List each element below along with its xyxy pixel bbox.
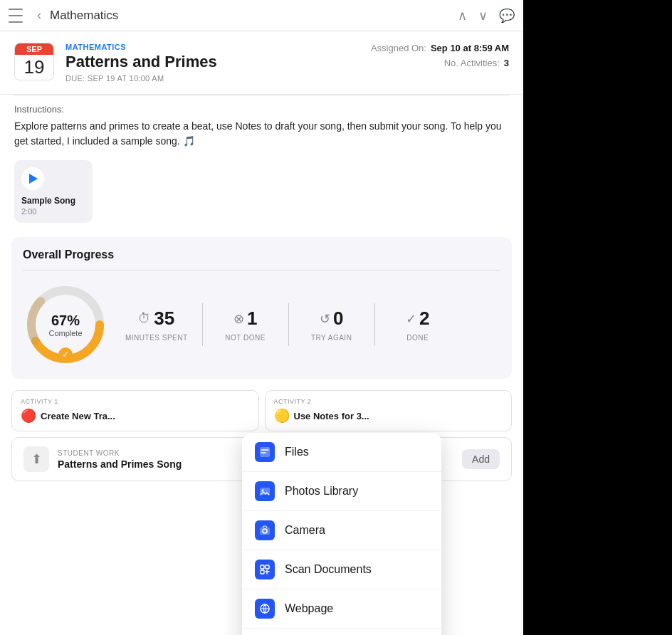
activity-1-icon: 🔴 bbox=[21, 408, 36, 424]
activity-2-label: ACTIVITY 2 bbox=[274, 398, 503, 405]
assigned-on-row: Assigned On: Sep 10 at 8:59 AM bbox=[367, 43, 509, 53]
nav-bar: ‹ Mathematics ∧ ∨ 💬 bbox=[0, 0, 523, 31]
dropdown-item-files[interactable]: Files bbox=[242, 433, 441, 472]
song-duration: 2:00 bbox=[21, 207, 36, 216]
assignment-info: MATHEMATICS Patterns and Primes DUE: SEP… bbox=[65, 43, 355, 83]
stat-minutes-value: 35 bbox=[154, 308, 174, 330]
done-icon: ✓ bbox=[406, 311, 416, 327]
left-panel: ‹ Mathematics ∧ ∨ 💬 SEP 19 MATHEMATICS P… bbox=[0, 0, 523, 635]
svg-rect-3 bbox=[260, 447, 270, 457]
stat-minutes: ⏱ 35 MINUTES SPENT bbox=[125, 308, 188, 342]
assignment-subject: MATHEMATICS bbox=[65, 43, 355, 51]
stat-done-value: 2 bbox=[419, 308, 429, 330]
activities-section: ACTIVITY 1 🔴 Create New Tra... ACTIVITY … bbox=[0, 384, 523, 431]
svg-point-5 bbox=[262, 490, 264, 492]
dropdown-item-camera[interactable]: Camera bbox=[242, 511, 441, 550]
assignment-due: DUE: SEP 19 AT 10:00 AM bbox=[65, 74, 355, 83]
nav-title: Mathematics bbox=[50, 9, 452, 23]
stat-divider-3 bbox=[374, 303, 375, 346]
progress-title: Overall Progress bbox=[23, 248, 500, 261]
assignment-meta: Assigned On: Sep 10 at 8:59 AM No. Activ… bbox=[367, 43, 509, 73]
instructions-section: Instructions: Explore patterns and prime… bbox=[0, 95, 523, 154]
sidebar-toggle-button[interactable] bbox=[9, 9, 28, 23]
svg-rect-8 bbox=[261, 565, 264, 569]
activity-1-name: Create New Tra... bbox=[41, 411, 115, 421]
svg-rect-10 bbox=[261, 570, 264, 574]
photos-icon bbox=[255, 481, 275, 501]
webpage-label: Webpage bbox=[285, 602, 333, 615]
activities-value: 3 bbox=[504, 58, 509, 68]
stat-try-again-label: TRY AGAIN bbox=[311, 334, 352, 342]
activity-card-2[interactable]: ACTIVITY 2 🟡 Use Notes for 3... bbox=[265, 390, 513, 431]
stat-divider-2 bbox=[288, 303, 289, 346]
camera-icon bbox=[255, 520, 275, 540]
activity-1-label: ACTIVITY 1 bbox=[21, 398, 250, 405]
clock-icon: ⏱ bbox=[138, 311, 151, 326]
attachments-section: Sample Song 2:00 bbox=[0, 154, 523, 231]
assignment-header: SEP 19 MATHEMATICS Patterns and Primes D… bbox=[0, 31, 523, 95]
photos-label: Photos Library bbox=[285, 485, 358, 498]
svg-rect-9 bbox=[266, 565, 269, 569]
webpage-icon bbox=[255, 599, 275, 619]
stat-done: ✓ 2 DONE bbox=[389, 308, 446, 342]
dropdown-menu: Files Photos Library Camera bbox=[242, 433, 441, 635]
calendar-icon: SEP 19 bbox=[14, 43, 54, 80]
stat-not-done: ⊗ 1 NOT DONE bbox=[217, 308, 274, 342]
assigned-on-value: Sep 10 at 8:59 AM bbox=[431, 43, 509, 53]
song-title: Sample Song bbox=[21, 196, 75, 206]
dropdown-item-photos[interactable]: Photos Library bbox=[242, 472, 441, 511]
right-panel bbox=[523, 0, 672, 635]
donut-center: 67% Complete bbox=[48, 313, 82, 337]
donut-check-icon: ✓ bbox=[58, 347, 73, 362]
calendar-day: 19 bbox=[15, 55, 53, 80]
work-upload-icon: ⬆ bbox=[23, 446, 49, 472]
stat-not-done-label: NOT DONE bbox=[225, 334, 266, 342]
instructions-text: Explore patterns and primes to create a … bbox=[14, 119, 509, 149]
progress-section: Overall Progress 67% Complete ✓ bbox=[11, 237, 512, 379]
donut-percent: 67% bbox=[48, 313, 82, 329]
instructions-label: Instructions: bbox=[14, 104, 509, 115]
dropdown-item-bookmarks[interactable]: Bookmarks bbox=[242, 629, 441, 635]
stat-try-again: ↺ 0 TRY AGAIN bbox=[303, 308, 360, 342]
chevron-down-icon[interactable]: ∨ bbox=[478, 8, 488, 23]
assignment-title: Patterns and Primes bbox=[65, 53, 355, 71]
dropdown-item-webpage[interactable]: Webpage bbox=[242, 589, 441, 629]
dropdown-item-scan[interactable]: Scan Documents bbox=[242, 550, 441, 589]
stat-try-again-value: 0 bbox=[333, 308, 343, 330]
progress-stats: 67% Complete ✓ ⏱ 35 MINUTES SPENT ⊗ 1 bbox=[23, 282, 500, 367]
activities-label: No. Activities: bbox=[444, 58, 500, 68]
stat-divider-1 bbox=[202, 303, 203, 346]
donut-chart: 67% Complete ✓ bbox=[23, 282, 108, 367]
chevron-up-icon[interactable]: ∧ bbox=[458, 8, 467, 23]
comment-icon[interactable]: 💬 bbox=[499, 8, 515, 23]
donut-label: Complete bbox=[48, 329, 82, 337]
sample-song-card[interactable]: Sample Song 2:00 bbox=[14, 160, 93, 223]
stat-done-label: DONE bbox=[406, 334, 429, 342]
assigned-on-label: Assigned On: bbox=[371, 43, 426, 53]
files-icon bbox=[255, 442, 275, 462]
play-icon bbox=[29, 174, 38, 184]
calendar-month: SEP bbox=[15, 43, 53, 55]
activity-2-name: Use Notes for 3... bbox=[294, 411, 369, 421]
camera-label: Camera bbox=[285, 524, 325, 537]
not-done-icon: ⊗ bbox=[233, 311, 244, 327]
activities-row: No. Activities: 3 bbox=[367, 58, 509, 68]
scan-label: Scan Documents bbox=[285, 563, 372, 576]
back-button[interactable]: ‹ bbox=[37, 8, 41, 23]
stat-not-done-value: 1 bbox=[247, 308, 257, 330]
activity-card-1[interactable]: ACTIVITY 1 🔴 Create New Tra... bbox=[11, 390, 259, 431]
try-again-icon: ↺ bbox=[320, 311, 330, 327]
files-label: Files bbox=[285, 446, 309, 458]
activity-2-icon: 🟡 bbox=[274, 408, 290, 424]
add-button[interactable]: Add bbox=[462, 449, 500, 469]
nav-actions: ∧ ∨ 💬 bbox=[458, 8, 515, 23]
play-button[interactable] bbox=[21, 167, 44, 190]
stat-minutes-label: MINUTES SPENT bbox=[125, 334, 188, 342]
scan-icon bbox=[255, 560, 275, 579]
progress-divider bbox=[23, 270, 500, 271]
